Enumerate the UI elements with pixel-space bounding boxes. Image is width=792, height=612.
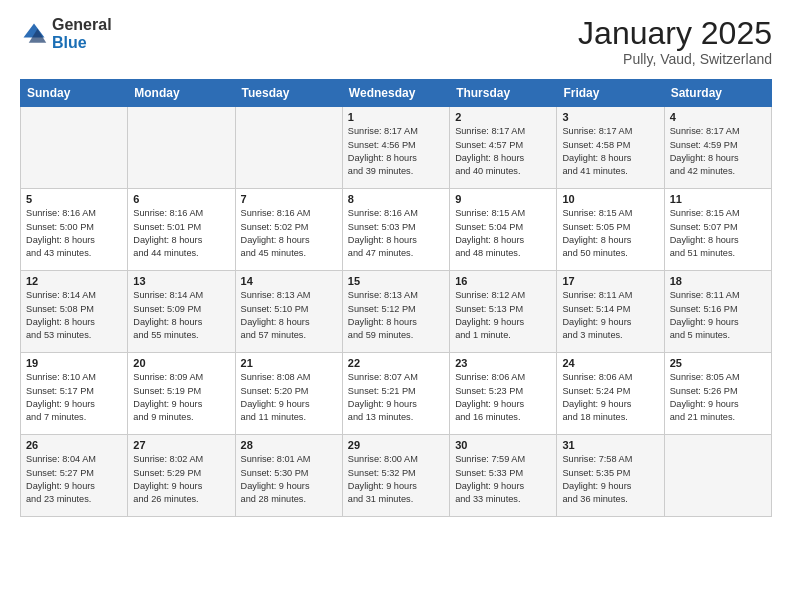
day-info: Sunrise: 8:15 AMSunset: 5:04 PMDaylight:…: [455, 207, 551, 260]
day-info: Sunrise: 8:04 AMSunset: 5:27 PMDaylight:…: [26, 453, 122, 506]
day-info: Sunrise: 8:14 AMSunset: 5:08 PMDaylight:…: [26, 289, 122, 342]
day-number: 20: [133, 357, 229, 369]
day-cell: [128, 107, 235, 189]
day-info: Sunrise: 8:10 AMSunset: 5:17 PMDaylight:…: [26, 371, 122, 424]
day-cell: 19Sunrise: 8:10 AMSunset: 5:17 PMDayligh…: [21, 353, 128, 435]
day-number: 6: [133, 193, 229, 205]
day-number: 26: [26, 439, 122, 451]
day-info: Sunrise: 8:00 AMSunset: 5:32 PMDaylight:…: [348, 453, 444, 506]
header-row: SundayMondayTuesdayWednesdayThursdayFrid…: [21, 80, 772, 107]
week-row-5: 26Sunrise: 8:04 AMSunset: 5:27 PMDayligh…: [21, 435, 772, 517]
day-cell: 31Sunrise: 7:58 AMSunset: 5:35 PMDayligh…: [557, 435, 664, 517]
week-row-1: 1Sunrise: 8:17 AMSunset: 4:56 PMDaylight…: [21, 107, 772, 189]
day-number: 25: [670, 357, 766, 369]
day-info: Sunrise: 8:11 AMSunset: 5:16 PMDaylight:…: [670, 289, 766, 342]
day-cell: 5Sunrise: 8:16 AMSunset: 5:00 PMDaylight…: [21, 189, 128, 271]
header-cell-tuesday: Tuesday: [235, 80, 342, 107]
month-title: January 2025: [578, 16, 772, 51]
day-info: Sunrise: 8:16 AMSunset: 5:00 PMDaylight:…: [26, 207, 122, 260]
day-number: 21: [241, 357, 337, 369]
day-info: Sunrise: 8:17 AMSunset: 4:57 PMDaylight:…: [455, 125, 551, 178]
day-info: Sunrise: 8:16 AMSunset: 5:02 PMDaylight:…: [241, 207, 337, 260]
logo-text: General Blue: [52, 16, 112, 51]
day-number: 4: [670, 111, 766, 123]
day-number: 30: [455, 439, 551, 451]
day-number: 12: [26, 275, 122, 287]
day-number: 1: [348, 111, 444, 123]
day-cell: 11Sunrise: 8:15 AMSunset: 5:07 PMDayligh…: [664, 189, 771, 271]
day-cell: 3Sunrise: 8:17 AMSunset: 4:58 PMDaylight…: [557, 107, 664, 189]
day-number: 14: [241, 275, 337, 287]
week-row-4: 19Sunrise: 8:10 AMSunset: 5:17 PMDayligh…: [21, 353, 772, 435]
day-number: 29: [348, 439, 444, 451]
day-cell: 14Sunrise: 8:13 AMSunset: 5:10 PMDayligh…: [235, 271, 342, 353]
day-number: 22: [348, 357, 444, 369]
day-cell: [235, 107, 342, 189]
day-cell: 2Sunrise: 8:17 AMSunset: 4:57 PMDaylight…: [450, 107, 557, 189]
day-cell: 16Sunrise: 8:12 AMSunset: 5:13 PMDayligh…: [450, 271, 557, 353]
day-number: 24: [562, 357, 658, 369]
header-cell-wednesday: Wednesday: [342, 80, 449, 107]
day-cell: 25Sunrise: 8:05 AMSunset: 5:26 PMDayligh…: [664, 353, 771, 435]
day-cell: [21, 107, 128, 189]
day-cell: 4Sunrise: 8:17 AMSunset: 4:59 PMDaylight…: [664, 107, 771, 189]
header-cell-monday: Monday: [128, 80, 235, 107]
calendar-table: SundayMondayTuesdayWednesdayThursdayFrid…: [20, 79, 772, 517]
day-info: Sunrise: 8:02 AMSunset: 5:29 PMDaylight:…: [133, 453, 229, 506]
day-info: Sunrise: 8:13 AMSunset: 5:12 PMDaylight:…: [348, 289, 444, 342]
day-number: 28: [241, 439, 337, 451]
day-cell: 1Sunrise: 8:17 AMSunset: 4:56 PMDaylight…: [342, 107, 449, 189]
day-info: Sunrise: 8:06 AMSunset: 5:24 PMDaylight:…: [562, 371, 658, 424]
day-cell: 26Sunrise: 8:04 AMSunset: 5:27 PMDayligh…: [21, 435, 128, 517]
day-info: Sunrise: 8:12 AMSunset: 5:13 PMDaylight:…: [455, 289, 551, 342]
day-cell: 29Sunrise: 8:00 AMSunset: 5:32 PMDayligh…: [342, 435, 449, 517]
logo-blue: Blue: [52, 34, 87, 51]
logo: General Blue: [20, 16, 112, 51]
day-info: Sunrise: 8:17 AMSunset: 4:56 PMDaylight:…: [348, 125, 444, 178]
day-number: 3: [562, 111, 658, 123]
location: Pully, Vaud, Switzerland: [578, 51, 772, 67]
day-info: Sunrise: 8:16 AMSunset: 5:01 PMDaylight:…: [133, 207, 229, 260]
day-number: 27: [133, 439, 229, 451]
day-cell: 27Sunrise: 8:02 AMSunset: 5:29 PMDayligh…: [128, 435, 235, 517]
day-number: 18: [670, 275, 766, 287]
day-number: 13: [133, 275, 229, 287]
day-cell: 6Sunrise: 8:16 AMSunset: 5:01 PMDaylight…: [128, 189, 235, 271]
day-info: Sunrise: 8:05 AMSunset: 5:26 PMDaylight:…: [670, 371, 766, 424]
day-number: 16: [455, 275, 551, 287]
day-cell: 7Sunrise: 8:16 AMSunset: 5:02 PMDaylight…: [235, 189, 342, 271]
header-cell-friday: Friday: [557, 80, 664, 107]
day-cell: 21Sunrise: 8:08 AMSunset: 5:20 PMDayligh…: [235, 353, 342, 435]
header: General Blue January 2025 Pully, Vaud, S…: [20, 16, 772, 67]
day-cell: 10Sunrise: 8:15 AMSunset: 5:05 PMDayligh…: [557, 189, 664, 271]
day-cell: 23Sunrise: 8:06 AMSunset: 5:23 PMDayligh…: [450, 353, 557, 435]
day-cell: 15Sunrise: 8:13 AMSunset: 5:12 PMDayligh…: [342, 271, 449, 353]
day-number: 9: [455, 193, 551, 205]
day-number: 23: [455, 357, 551, 369]
day-info: Sunrise: 8:09 AMSunset: 5:19 PMDaylight:…: [133, 371, 229, 424]
day-number: 31: [562, 439, 658, 451]
day-info: Sunrise: 8:15 AMSunset: 5:05 PMDaylight:…: [562, 207, 658, 260]
day-number: 2: [455, 111, 551, 123]
header-cell-thursday: Thursday: [450, 80, 557, 107]
day-cell: 9Sunrise: 8:15 AMSunset: 5:04 PMDaylight…: [450, 189, 557, 271]
day-cell: 30Sunrise: 7:59 AMSunset: 5:33 PMDayligh…: [450, 435, 557, 517]
logo-icon: [20, 20, 48, 48]
day-info: Sunrise: 7:59 AMSunset: 5:33 PMDaylight:…: [455, 453, 551, 506]
day-cell: 8Sunrise: 8:16 AMSunset: 5:03 PMDaylight…: [342, 189, 449, 271]
day-cell: 22Sunrise: 8:07 AMSunset: 5:21 PMDayligh…: [342, 353, 449, 435]
day-cell: 18Sunrise: 8:11 AMSunset: 5:16 PMDayligh…: [664, 271, 771, 353]
day-number: 17: [562, 275, 658, 287]
day-info: Sunrise: 8:17 AMSunset: 4:58 PMDaylight:…: [562, 125, 658, 178]
day-cell: 28Sunrise: 8:01 AMSunset: 5:30 PMDayligh…: [235, 435, 342, 517]
day-info: Sunrise: 8:01 AMSunset: 5:30 PMDaylight:…: [241, 453, 337, 506]
day-cell: 20Sunrise: 8:09 AMSunset: 5:19 PMDayligh…: [128, 353, 235, 435]
day-info: Sunrise: 8:07 AMSunset: 5:21 PMDaylight:…: [348, 371, 444, 424]
week-row-3: 12Sunrise: 8:14 AMSunset: 5:08 PMDayligh…: [21, 271, 772, 353]
day-number: 7: [241, 193, 337, 205]
day-info: Sunrise: 7:58 AMSunset: 5:35 PMDaylight:…: [562, 453, 658, 506]
day-cell: [664, 435, 771, 517]
day-cell: 13Sunrise: 8:14 AMSunset: 5:09 PMDayligh…: [128, 271, 235, 353]
day-number: 8: [348, 193, 444, 205]
day-cell: 17Sunrise: 8:11 AMSunset: 5:14 PMDayligh…: [557, 271, 664, 353]
